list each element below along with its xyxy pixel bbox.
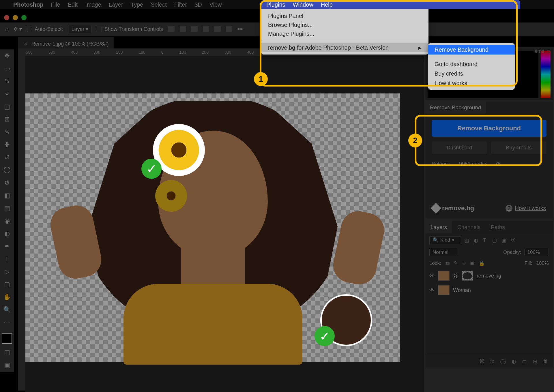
lock-pixels-icon[interactable]: ✎ (454, 260, 458, 266)
eyedropper-tool-icon[interactable]: ✎ (3, 128, 11, 136)
history-brush-tool-icon[interactable]: ↺ (3, 179, 11, 187)
lock-artboard-icon[interactable]: ▣ (470, 260, 475, 266)
layer-name[interactable]: Woman (453, 287, 471, 293)
marquee-tool-icon[interactable]: ▭ (3, 65, 11, 73)
lock-position-icon[interactable]: ✥ (462, 260, 466, 266)
align-icon[interactable] (191, 26, 198, 32)
menu-item-removebg[interactable]: remove.bg for Adobe Photoshop - Beta Ver… (261, 43, 428, 52)
link-layers-icon[interactable]: ⛓ (479, 358, 484, 365)
move-tool-icon[interactable]: ✥ ▾ (14, 26, 22, 32)
move-tool-icon[interactable]: ✥ (3, 52, 11, 60)
align-icon[interactable] (203, 26, 209, 32)
filter-type-icon[interactable]: T (483, 237, 489, 243)
layer-row[interactable]: 👁 Woman (425, 283, 553, 297)
filter-toggle-icon[interactable]: ⦿ (511, 237, 516, 243)
home-icon[interactable]: ⌂ (5, 25, 8, 33)
zoom-window-button[interactable] (21, 15, 27, 20)
submenu-how-it-works[interactable]: How it works (428, 78, 515, 88)
pen-tool-icon[interactable]: ✒ (3, 242, 11, 250)
frame-tool-icon[interactable]: ⊠ (3, 115, 11, 123)
auto-select-checkbox[interactable] (27, 27, 32, 32)
adjustment-icon[interactable]: ◐ (512, 358, 516, 365)
submenu-remove-background[interactable]: Remove Background (428, 45, 515, 55)
tab-layers[interactable]: Layers (425, 221, 452, 233)
group-icon[interactable]: 🗀 (522, 358, 527, 365)
lasso-tool-icon[interactable]: ✎ (3, 77, 11, 85)
menu-edit[interactable]: Edit (68, 1, 78, 8)
brush-tool-icon[interactable]: ✐ (3, 153, 11, 162)
blend-mode-dropdown[interactable]: Normal (429, 249, 457, 256)
foreground-background-swatch[interactable] (2, 333, 12, 344)
layer-name[interactable]: remove.bg (477, 273, 501, 279)
filter-adjustment-icon[interactable]: ◐ (474, 237, 480, 243)
menu-item-plugins-panel[interactable]: Plugins Panel (261, 12, 428, 20)
new-layer-icon[interactable]: ⊞ (533, 358, 537, 365)
dashboard-button[interactable]: Dashboard (432, 141, 487, 154)
lock-all-icon[interactable]: 🔒 (479, 260, 485, 266)
layer-row[interactable]: 👁 ⛓ remove.bg (425, 269, 553, 283)
clone-stamp-tool-icon[interactable]: ⛶ (3, 166, 11, 174)
blur-tool-icon[interactable]: ◉ (3, 217, 11, 225)
healing-brush-tool-icon[interactable]: ✚ (3, 141, 11, 149)
crop-tool-icon[interactable]: ◫ (3, 103, 11, 111)
type-tool-icon[interactable]: T (3, 255, 11, 263)
opacity-input[interactable]: 100% (524, 249, 549, 256)
refresh-icon[interactable]: ⟳ (496, 161, 500, 167)
gradient-tool-icon[interactable]: ▤ (3, 204, 11, 212)
screen-mode-icon[interactable]: ▣ (3, 361, 11, 369)
menu-window[interactable]: Window (293, 1, 313, 8)
fx-icon[interactable]: fx (490, 358, 494, 365)
buy-credits-button[interactable]: Buy credits (491, 141, 546, 154)
menu-layer[interactable]: Layer (109, 1, 123, 8)
remove-background-button[interactable]: Remove Background (432, 120, 546, 137)
zoom-tool-icon[interactable]: 🔍 (3, 306, 11, 314)
eraser-tool-icon[interactable]: ◧ (3, 192, 11, 200)
quick-mask-icon[interactable]: ◫ (3, 348, 11, 357)
mask-icon[interactable]: ◯ (500, 358, 506, 365)
hand-tool-icon[interactable]: ✋ (3, 293, 11, 301)
menu-type[interactable]: Type (131, 1, 143, 8)
tab-channels[interactable]: Channels (452, 221, 486, 233)
menu-item-browse-plugins[interactable]: Browse Plugins... (261, 20, 428, 29)
close-window-button[interactable] (4, 15, 9, 20)
menu-plugins[interactable]: Plugins (266, 1, 285, 8)
delete-layer-icon[interactable]: 🗑 (543, 358, 548, 365)
menu-help[interactable]: Help (321, 1, 333, 8)
removebg-panel-tab[interactable]: Remove Background (425, 102, 486, 114)
how-it-works-link[interactable]: ?How it works (506, 205, 546, 212)
submenu-buy-credits[interactable]: Buy credits (428, 69, 515, 78)
shape-tool-icon[interactable]: ▢ (3, 280, 11, 288)
visibility-icon[interactable]: 👁 (429, 287, 435, 293)
align-icon[interactable] (168, 26, 175, 32)
minimize-window-button[interactable] (13, 15, 18, 20)
auto-select-target-dropdown[interactable]: Layer ▾ (68, 25, 91, 33)
layer-thumbnail[interactable] (438, 271, 450, 281)
menu-image[interactable]: Image (85, 1, 101, 8)
ellipsis-icon[interactable]: ⋯ (3, 318, 11, 327)
app-name[interactable]: Photoshop (13, 1, 43, 8)
filter-smart-icon[interactable]: ▣ (501, 237, 507, 243)
visibility-icon[interactable]: 👁 (429, 273, 435, 279)
menu-3d[interactable]: 3D (194, 1, 202, 8)
menu-view[interactable]: View (209, 1, 222, 8)
menu-item-manage-plugins[interactable]: Manage Plugins... (261, 29, 428, 38)
menu-file[interactable]: File (51, 1, 60, 8)
filter-shape-icon[interactable]: ▢ (492, 237, 498, 243)
distribute-icon[interactable] (226, 26, 232, 32)
fill-input[interactable]: 100% (536, 260, 549, 266)
magic-wand-tool-icon[interactable]: ✧ (3, 90, 11, 98)
tab-paths[interactable]: Paths (486, 221, 510, 233)
layer-thumbnail[interactable] (438, 285, 450, 295)
filter-pixel-icon[interactable]: ▧ (465, 237, 470, 243)
distribute-icon[interactable] (214, 26, 221, 32)
lock-transparency-icon[interactable]: ▦ (445, 260, 450, 266)
dodge-tool-icon[interactable]: ◐ (3, 230, 11, 238)
layer-filter-kind-dropdown[interactable]: 🔍 Kind ▾ (429, 236, 461, 244)
menu-filter[interactable]: Filter (174, 1, 187, 8)
hue-slider[interactable] (541, 51, 551, 98)
menu-select[interactable]: Select (151, 1, 167, 8)
layer-mask-thumbnail[interactable] (462, 271, 473, 281)
align-icon[interactable] (180, 26, 186, 32)
panel-menu-icon[interactable]: ≡ (547, 48, 550, 54)
show-transform-checkbox[interactable] (97, 27, 102, 32)
